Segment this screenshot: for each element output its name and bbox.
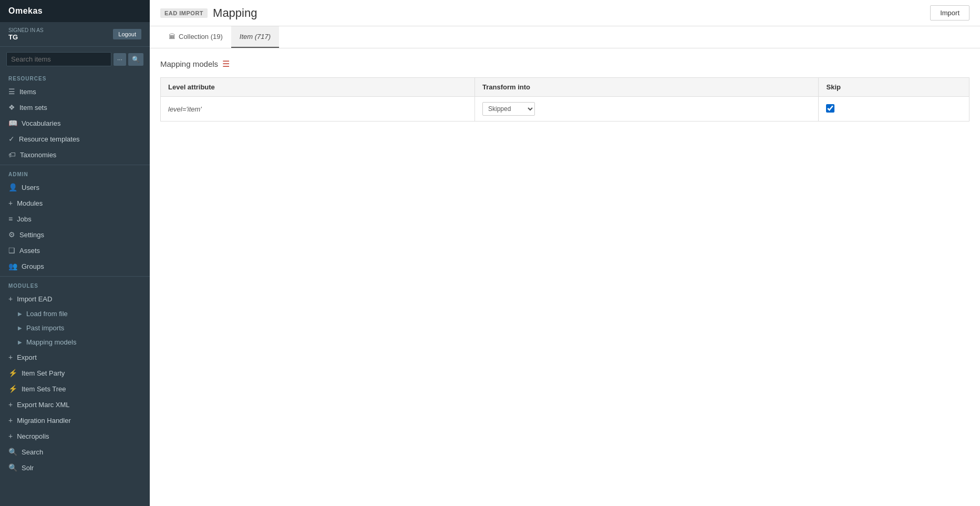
item-sets-tree-icon: ⚡ xyxy=(8,384,17,393)
mapping-models-title: Mapping models xyxy=(160,59,218,68)
sidebar-item-search-label: Search xyxy=(22,448,43,456)
search-box: ··· 🔍 xyxy=(0,47,150,72)
sidebar-item-assets[interactable]: ❑ Assets xyxy=(0,242,150,258)
sidebar-item-vocabularies[interactable]: 📖 Vocabularies xyxy=(0,115,150,131)
resources-section-label: RESOURCES xyxy=(0,72,150,84)
sidebar-item-taxonomies-label: Taxonomies xyxy=(20,151,56,159)
sidebar-item-search[interactable]: 🔍 Search xyxy=(0,444,150,460)
topbar: EAD IMPORT Mapping Import xyxy=(150,0,980,26)
sidebar-item-jobs[interactable]: ≡ Jobs xyxy=(0,211,150,227)
tab-item[interactable]: Item (717) xyxy=(231,26,279,48)
sidebar-item-migration-handler-label: Migration Handler xyxy=(17,417,71,424)
sidebar-item-groups-label: Groups xyxy=(22,262,44,270)
search-input[interactable] xyxy=(6,52,111,66)
sidebar-item-export-marc-xml-label: Export Marc XML xyxy=(17,401,69,409)
arrow-icon-2: ▶ xyxy=(18,325,22,331)
sidebar-subitem-past-imports[interactable]: ▶ Past imports xyxy=(0,321,150,335)
tabs-bar: 🏛 Collection (19) Item (717) xyxy=(150,26,980,48)
collection-tab-label: Collection (19) xyxy=(179,33,223,41)
sidebar-subitem-load-from-file-label: Load from file xyxy=(26,310,68,318)
sidebar-item-assets-label: Assets xyxy=(19,247,40,255)
skip-checkbox[interactable] xyxy=(826,104,834,113)
sidebar-item-items-label: Items xyxy=(19,88,36,96)
sidebar-item-taxonomies[interactable]: 🏷 Taxonomies xyxy=(0,147,150,163)
mapping-table: Level attribute Transform into Skip leve… xyxy=(160,77,969,122)
sidebar-item-export-marc-xml[interactable]: + Export Marc XML xyxy=(0,397,150,412)
sidebar-item-item-sets-tree-label: Item Sets Tree xyxy=(22,385,66,393)
sidebar-item-import-ead-label: Import EAD xyxy=(17,295,52,303)
sidebar-item-necropolis[interactable]: + Necropolis xyxy=(0,428,150,444)
sidebar-item-resource-templates[interactable]: ✓ Resource templates xyxy=(0,131,150,147)
sidebar-item-item-sets-tree[interactable]: ⚡ Item Sets Tree xyxy=(0,381,150,397)
sidebar-item-resource-templates-label: Resource templates xyxy=(19,135,80,143)
sidebar-item-item-set-party-label: Item Set Party xyxy=(22,369,65,377)
sidebar-item-vocabularies-label: Vocabularies xyxy=(22,119,60,127)
migration-handler-icon: + xyxy=(8,416,13,424)
sidebar-item-item-set-party[interactable]: ⚡ Item Set Party xyxy=(0,365,150,381)
tab-collection[interactable]: 🏛 Collection (19) xyxy=(160,26,231,48)
col-level-attribute: Level attribute xyxy=(161,78,475,97)
table-header-row: Level attribute Transform into Skip xyxy=(161,78,969,97)
logout-button[interactable]: Logout xyxy=(113,29,141,39)
sidebar-item-jobs-label: Jobs xyxy=(17,215,31,223)
sidebar-item-solr-label: Solr xyxy=(22,464,34,472)
sidebar-item-users[interactable]: 👤 Users xyxy=(0,179,150,195)
taxonomies-icon: 🏷 xyxy=(8,150,16,159)
sidebar: Omekas SIGNED IN AS TG Logout ··· 🔍 RESO… xyxy=(0,0,150,506)
sidebar-item-import-ead[interactable]: + Import EAD xyxy=(0,291,150,307)
arrow-icon-3: ▶ xyxy=(18,339,22,345)
sidebar-item-export[interactable]: + Export xyxy=(0,349,150,365)
skip-cell xyxy=(819,97,969,122)
signed-in-label: SIGNED IN AS xyxy=(8,27,44,33)
sidebar-item-modules[interactable]: + Modules xyxy=(0,195,150,211)
col-skip: Skip xyxy=(819,78,969,97)
sidebar-item-solr[interactable]: 🔍 Solr xyxy=(0,460,150,475)
modules-icon: + xyxy=(8,199,13,207)
main-content-area: EAD IMPORT Mapping Import 🏛 Collection (… xyxy=(150,0,980,506)
vocabularies-icon: 📖 xyxy=(8,119,17,127)
username: TG xyxy=(8,33,44,41)
sidebar-item-settings[interactable]: ⚙ Settings xyxy=(0,227,150,242)
transform-select[interactable]: Skipped Item Item Set xyxy=(482,102,535,116)
sidebar-user-section: SIGNED IN AS TG Logout xyxy=(0,22,150,47)
settings-icon: ⚙ xyxy=(8,230,15,239)
ead-import-badge: EAD IMPORT xyxy=(160,8,208,18)
search-nav-icon: 🔍 xyxy=(8,448,17,456)
user-info: SIGNED IN AS TG xyxy=(8,27,44,41)
search-more-button[interactable]: ··· xyxy=(114,53,126,66)
solr-icon: 🔍 xyxy=(8,463,17,472)
assets-icon: ❑ xyxy=(8,246,15,255)
sidebar-item-items[interactable]: ☰ Items xyxy=(0,84,150,99)
hamburger-icon[interactable]: ☰ xyxy=(222,59,230,69)
item-sets-icon: ❖ xyxy=(8,103,15,112)
sidebar-item-item-sets-label: Item sets xyxy=(19,104,47,112)
sidebar-item-settings-label: Settings xyxy=(19,231,44,239)
sidebar-item-modules-label: Modules xyxy=(17,199,43,207)
search-button[interactable]: 🔍 xyxy=(128,53,143,66)
page-title: Mapping xyxy=(213,6,257,20)
items-icon: ☰ xyxy=(8,87,15,96)
arrow-icon: ▶ xyxy=(18,311,22,317)
item-tab-label: Item (717) xyxy=(240,33,271,41)
sidebar-item-groups[interactable]: 👥 Groups xyxy=(0,258,150,274)
import-button[interactable]: Import xyxy=(930,5,969,21)
collection-tab-icon: 🏛 xyxy=(169,33,176,41)
sidebar-item-necropolis-label: Necropolis xyxy=(17,432,49,440)
sidebar-item-item-sets[interactable]: ❖ Item sets xyxy=(0,99,150,115)
transform-into-cell: Skipped Item Item Set xyxy=(474,97,819,122)
app-name[interactable]: Omekas xyxy=(0,0,150,22)
sidebar-item-export-label: Export xyxy=(17,353,37,361)
sidebar-item-users-label: Users xyxy=(22,184,39,191)
sidebar-subitem-mapping-models[interactable]: ▶ Mapping models xyxy=(0,335,150,349)
users-icon: 👤 xyxy=(8,183,17,191)
resource-templates-icon: ✓ xyxy=(8,135,15,143)
admin-section-label: ADMIN xyxy=(0,167,150,179)
level-attribute-cell: level='item' xyxy=(161,97,475,122)
topbar-left: EAD IMPORT Mapping xyxy=(160,6,257,20)
content-area: Mapping models ☰ Level attribute Transfo… xyxy=(150,48,980,506)
level-attr-value: level='item' xyxy=(168,105,202,113)
table-row: level='item' Skipped Item Item Set xyxy=(161,97,969,122)
sidebar-subitem-load-from-file[interactable]: ▶ Load from file xyxy=(0,307,150,321)
export-marc-xml-icon: + xyxy=(8,400,13,409)
sidebar-item-migration-handler[interactable]: + Migration Handler xyxy=(0,412,150,428)
